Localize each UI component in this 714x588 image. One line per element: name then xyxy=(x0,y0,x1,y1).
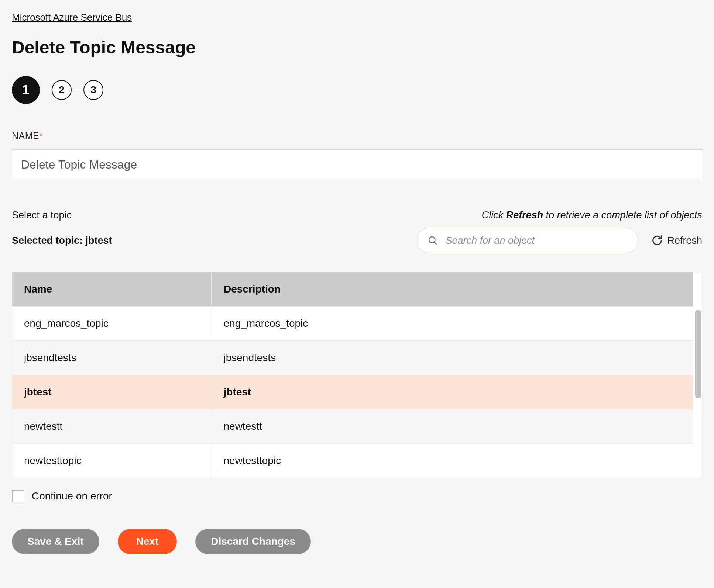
table-cell-description: jbsendtests xyxy=(212,341,693,375)
table-scrollbar-thumb[interactable] xyxy=(695,310,701,398)
breadcrumb-link[interactable]: Microsoft Azure Service Bus xyxy=(12,12,132,23)
step-3[interactable]: 3 xyxy=(83,80,103,100)
name-input[interactable] xyxy=(12,149,702,180)
wizard-stepper: 1 2 3 xyxy=(12,76,702,104)
table-cell-name: newtesttopic xyxy=(12,444,212,478)
select-topic-label: Select a topic xyxy=(12,210,72,221)
continue-on-error-label: Continue on error xyxy=(32,490,112,502)
refresh-button[interactable]: Refresh xyxy=(652,235,702,246)
step-connector xyxy=(72,90,83,90)
step-connector xyxy=(40,90,52,90)
name-field-label: NAME* xyxy=(12,131,702,141)
table-cell-name: newtestt xyxy=(12,409,212,444)
topic-table-container: Name Description eng_marcos_topiceng_mar… xyxy=(12,272,702,478)
table-cell-name: jbtest xyxy=(12,375,212,409)
page-title: Delete Topic Message xyxy=(12,37,702,58)
refresh-icon xyxy=(652,235,663,246)
continue-on-error-checkbox[interactable] xyxy=(12,490,24,502)
table-row[interactable]: eng_marcos_topiceng_marcos_topic xyxy=(12,307,693,341)
search-input[interactable] xyxy=(445,235,628,246)
table-cell-description: newtesttopic xyxy=(212,444,693,478)
table-header-description[interactable]: Description xyxy=(212,272,693,307)
required-indicator: * xyxy=(39,131,43,141)
topic-table: Name Description eng_marcos_topiceng_mar… xyxy=(12,272,693,478)
search-icon xyxy=(428,235,438,246)
discard-changes-button[interactable]: Discard Changes xyxy=(195,529,311,554)
step-1[interactable]: 1 xyxy=(12,76,40,104)
svg-line-1 xyxy=(435,242,437,244)
search-box[interactable] xyxy=(417,228,638,253)
refresh-button-label: Refresh xyxy=(667,235,702,246)
table-row[interactable]: jbsendtestsjbsendtests xyxy=(12,341,693,375)
step-2[interactable]: 2 xyxy=(52,80,72,100)
table-row[interactable]: jbtestjbtest xyxy=(12,375,693,409)
table-cell-description: eng_marcos_topic xyxy=(212,307,693,341)
next-button[interactable]: Next xyxy=(118,529,177,554)
refresh-hint: Click Refresh to retrieve a complete lis… xyxy=(482,210,702,221)
save-exit-button[interactable]: Save & Exit xyxy=(12,529,99,554)
selected-topic-label: Selected topic: jbtest xyxy=(12,235,112,246)
table-cell-description: jbtest xyxy=(212,375,693,409)
table-row[interactable]: newtesttopicnewtesttopic xyxy=(12,444,693,478)
table-cell-description: newtestt xyxy=(212,409,693,444)
table-cell-name: jbsendtests xyxy=(12,341,212,375)
svg-point-0 xyxy=(429,237,435,243)
table-cell-name: eng_marcos_topic xyxy=(12,307,212,341)
table-row[interactable]: newtesttnewtestt xyxy=(12,409,693,444)
table-header-name[interactable]: Name xyxy=(12,272,212,307)
table-scrollbar[interactable] xyxy=(694,310,701,477)
